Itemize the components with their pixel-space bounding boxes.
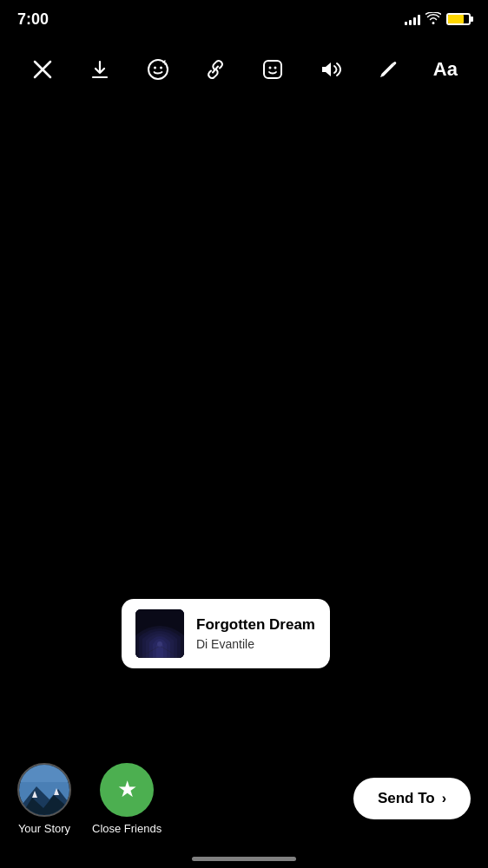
status-icons — [405, 12, 471, 27]
album-art — [135, 609, 184, 658]
download-button[interactable] — [81, 50, 119, 89]
emoji-button[interactable] — [139, 50, 177, 89]
music-info: Forgotten Dream Di Evantile — [196, 616, 315, 651]
close-friends-avatar: ★ — [100, 763, 154, 817]
link-button[interactable] — [196, 50, 234, 89]
signal-bars-icon — [405, 13, 420, 25]
album-art-inner — [135, 609, 184, 658]
send-to-button[interactable]: Send To › — [353, 778, 471, 819]
music-title: Forgotten Dream — [196, 616, 315, 634]
svg-point-3 — [148, 60, 168, 79]
draw-button[interactable] — [369, 50, 407, 89]
sound-button[interactable] — [311, 50, 349, 89]
svg-rect-20 — [19, 765, 71, 782]
svg-point-5 — [160, 67, 162, 69]
svg-point-8 — [274, 67, 277, 69]
close-friends-option[interactable]: ★ Close Friends — [92, 763, 162, 835]
your-story-avatar — [17, 763, 71, 817]
signal-bar-2 — [409, 20, 412, 25]
close-button[interactable] — [23, 50, 62, 89]
status-bar: 7:00 — [0, 0, 488, 38]
chevron-right-icon: › — [442, 791, 446, 806]
signal-bar-3 — [413, 17, 416, 25]
bottom-bar: Your Story ★ Close Friends Send To › — [0, 755, 488, 868]
text-button[interactable]: Aa — [426, 50, 465, 89]
svg-rect-6 — [264, 61, 281, 78]
battery-fill — [448, 15, 464, 23]
signal-bar-1 — [405, 22, 407, 25]
battery-icon — [446, 13, 471, 25]
send-to-label: Send To — [378, 790, 435, 807]
wifi-icon — [425, 12, 441, 27]
svg-point-14 — [157, 641, 162, 647]
star-icon: ★ — [117, 776, 137, 803]
music-artist: Di Evantile — [196, 637, 315, 651]
music-sticker[interactable]: Forgotten Dream Di Evantile — [122, 599, 330, 668]
status-time: 7:00 — [17, 10, 49, 29]
signal-bar-4 — [418, 15, 420, 25]
sticker-button[interactable] — [254, 50, 292, 89]
your-story-label: Your Story — [18, 822, 70, 835]
svg-point-7 — [269, 67, 272, 69]
close-friends-label: Close Friends — [92, 822, 162, 835]
toolbar: Aa — [0, 43, 488, 95]
svg-point-4 — [154, 67, 156, 69]
canvas-area: 7:00 — [0, 0, 488, 868]
text-button-label: Aa — [433, 58, 458, 81]
your-story-option[interactable]: Your Story — [17, 763, 71, 835]
